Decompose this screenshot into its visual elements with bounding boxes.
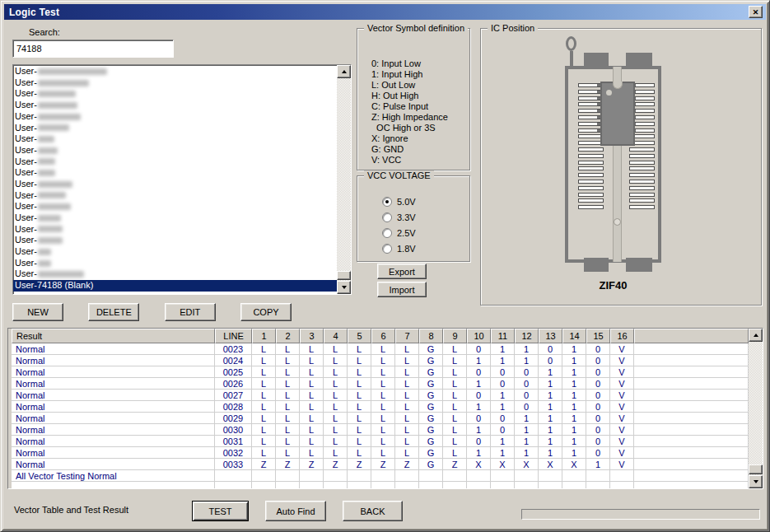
vcc-option-5.0V[interactable]: 5.0V: [382, 196, 416, 208]
back-button-label: BACK: [361, 506, 385, 516]
table-row[interactable]: Normal0028LLLLLLLGL110110V: [12, 401, 749, 413]
column-header-3: 3: [300, 329, 324, 343]
new-button[interactable]: NEW: [12, 303, 63, 321]
table-row[interactable]: All Vector Testing Normal: [12, 470, 749, 482]
copy-button[interactable]: COPY: [240, 303, 292, 321]
table-row[interactable]: Normal0029LLLLLLLGL001110V: [12, 413, 749, 424]
table-row[interactable]: Normal0032LLLLLLLGL111110V: [12, 447, 749, 459]
table-scroll-thumb[interactable]: [749, 464, 763, 474]
export-button-label: Export: [389, 267, 415, 277]
test-button-label: TEST: [208, 506, 231, 516]
list-item[interactable]: User-: [13, 156, 337, 168]
list-item[interactable]: User-: [13, 133, 337, 145]
ic-chip: [600, 82, 635, 146]
column-header-15: 15: [586, 329, 610, 343]
column-header-LINE: LINE: [215, 329, 252, 343]
close-icon: ✕: [753, 8, 759, 16]
arrow-down-icon: [754, 480, 758, 483]
radio-icon[interactable]: [382, 212, 392, 222]
list-item[interactable]: User-: [13, 246, 337, 258]
list-item[interactable]: User-: [13, 88, 337, 100]
search-input[interactable]: [12, 40, 174, 58]
socket-center-hole: [614, 218, 621, 226]
column-header-8: 8: [419, 329, 443, 343]
list-item[interactable]: User-: [13, 235, 337, 246]
socket-label: ZIF40: [572, 279, 655, 292]
import-button[interactable]: Import: [377, 282, 427, 297]
column-header-1: 1: [252, 329, 276, 343]
column-header-Result: Result: [12, 329, 215, 343]
column-header-12: 12: [515, 329, 539, 343]
table-row[interactable]: Normal0030LLLLLLLGL101110V: [12, 424, 749, 436]
table-row[interactable]: Normal0026LLLLLLLGL100110V: [12, 378, 749, 390]
list-item[interactable]: User-: [13, 122, 337, 133]
vector-table: ResultLINE12345678910111213141516 Normal…: [7, 328, 763, 489]
vector-symbol-title: Vector Symbol definition: [364, 23, 468, 33]
radio-icon[interactable]: [382, 244, 392, 254]
device-list-scroll-thumb[interactable]: [337, 271, 351, 280]
export-button[interactable]: Export: [377, 264, 427, 279]
window-title: Logic Test: [9, 7, 59, 18]
edit-button[interactable]: EDIT: [165, 303, 216, 321]
table-row[interactable]: Normal0031LLLLLLLGL011110V: [12, 436, 749, 447]
table-scroll-up-button[interactable]: [749, 329, 763, 342]
arrow-up-icon: [754, 334, 758, 337]
test-button[interactable]: TEST: [192, 501, 249, 521]
list-action-buttons: NEWDELETEEDITCOPY: [12, 303, 292, 321]
title-bar: Logic Test ✕: [4, 4, 766, 20]
socket-tab: [584, 53, 609, 67]
list-item[interactable]: User-: [13, 258, 337, 269]
column-header-13: 13: [539, 329, 562, 343]
list-item[interactable]: User-: [13, 201, 337, 212]
list-item[interactable]: User-: [13, 145, 337, 156]
device-list-scroll-up-button[interactable]: [337, 65, 351, 78]
list-item-selected[interactable]: User-74188 (Blank): [13, 280, 337, 292]
column-header-4: 4: [324, 329, 348, 343]
device-list[interactable]: User-User-User-User-User-User-User-User-…: [12, 64, 352, 295]
list-item[interactable]: User-: [13, 77, 337, 89]
list-item[interactable]: User-: [13, 268, 337, 280]
table-row[interactable]: Normal0025LLLLLLLGL000110V: [12, 366, 749, 378]
socket-tab: [626, 53, 652, 67]
column-header-9: 9: [443, 329, 467, 343]
list-item[interactable]: User-: [13, 190, 337, 202]
list-item[interactable]: User-: [13, 66, 337, 77]
vector-table-body: Normal0023LLLLLLLGL011010VNormal0024LLLL…: [12, 343, 749, 488]
auto-find-button-label: Auto Find: [276, 506, 315, 516]
column-header-14: 14: [562, 329, 586, 343]
search-label: Search:: [29, 27, 60, 37]
vcc-option-1.8V[interactable]: 1.8V: [382, 243, 416, 254]
radio-selected-icon[interactable]: [382, 197, 392, 207]
column-header-11: 11: [491, 329, 515, 343]
auto-find-button[interactable]: Auto Find: [265, 501, 326, 521]
column-header-10: 10: [467, 329, 491, 343]
chip-pin1-dot-icon: [606, 90, 612, 96]
device-list-scrollbar[interactable]: [337, 65, 351, 294]
footer-caption: Vector Table and Test Result: [14, 505, 128, 515]
radio-icon[interactable]: [382, 228, 392, 238]
list-item[interactable]: User-: [13, 167, 337, 179]
table-row[interactable]: Normal0033ZZZZZZZGZXXXXX1V: [12, 459, 749, 470]
table-row[interactable]: Normal0023LLLLLLLGL011010V: [12, 343, 749, 355]
vcc-option-2.5V[interactable]: 2.5V: [382, 227, 416, 239]
table-row[interactable]: Normal0027LLLLLLLGL010110V: [12, 390, 749, 401]
column-header-2: 2: [276, 329, 300, 343]
table-scroll-down-button[interactable]: [749, 475, 763, 488]
vcc-voltage-title: VCC VOLTAGE: [364, 170, 434, 180]
column-header-6: 6: [371, 329, 395, 343]
progress-bar: [521, 509, 760, 520]
back-button[interactable]: BACK: [343, 501, 403, 521]
list-item[interactable]: User-: [13, 224, 337, 236]
socket-lever-stem: [570, 51, 573, 67]
list-item[interactable]: User-: [13, 212, 337, 224]
close-button[interactable]: ✕: [749, 6, 763, 18]
delete-button[interactable]: DELETE: [88, 303, 139, 321]
table-row[interactable]: Normal0024LLLLLLLGL111010V: [12, 355, 749, 366]
device-list-scroll-down-button[interactable]: [337, 281, 351, 294]
list-item[interactable]: User-: [13, 100, 337, 111]
vcc-option-3.3V[interactable]: 3.3V: [382, 212, 416, 223]
list-item[interactable]: User-: [13, 111, 337, 123]
vector-table-scrollbar[interactable]: [749, 329, 763, 488]
list-item[interactable]: User-: [13, 179, 337, 190]
table-row[interactable]: [12, 482, 749, 488]
